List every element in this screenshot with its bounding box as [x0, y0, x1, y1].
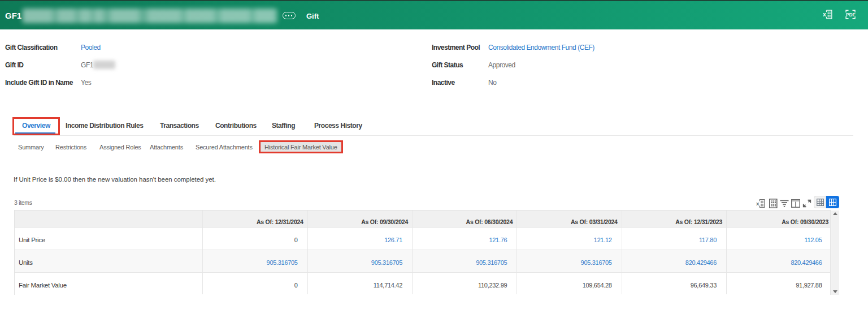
svg-text:x: x [823, 11, 826, 18]
svg-text:PDF: PDF [846, 12, 856, 18]
svg-text:x: x [756, 200, 760, 207]
